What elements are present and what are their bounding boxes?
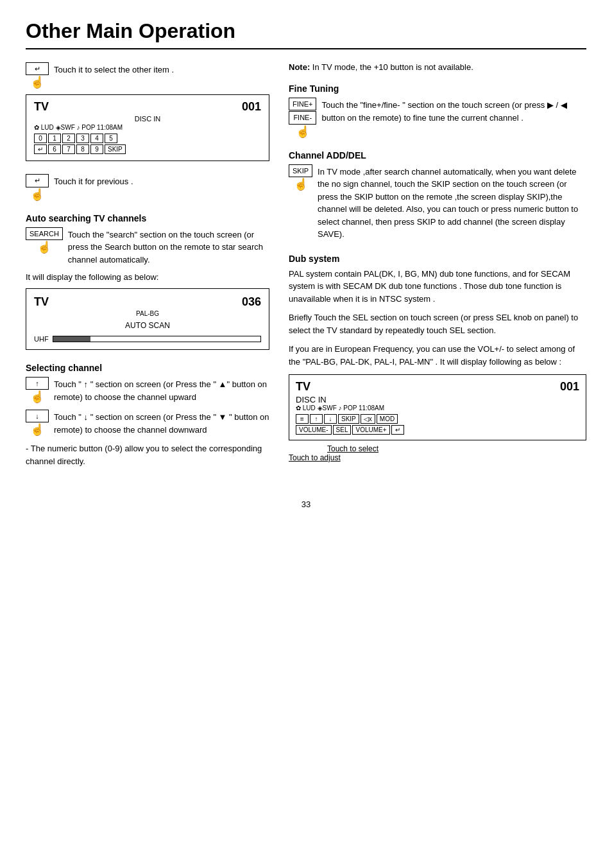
hand-icon-3: ☝ bbox=[37, 241, 51, 253]
tv-status-1: ✿ LUD ◈SWF ♪ POP 11:08AM bbox=[34, 124, 261, 131]
channel-add-section: Channel ADD/DEL SKIP ☝ In TV mode ,after… bbox=[289, 150, 586, 241]
page-number: 33 bbox=[26, 499, 586, 509]
tv2-num: 001 bbox=[560, 380, 579, 394]
tv-pal-label: PAL-BG bbox=[34, 310, 261, 317]
tv-scan-screen: TV 036 PAL-BG AUTO SCAN UHF bbox=[26, 288, 269, 350]
tv2-status: ✿ LUD ◈SWF ♪ POP 11:08AM bbox=[296, 404, 579, 412]
auto-search-title: Auto searching TV channels bbox=[26, 213, 269, 223]
auto-scan-label: AUTO SCAN bbox=[34, 321, 261, 330]
search-icon: SEARCH bbox=[26, 227, 63, 240]
fine-minus-icon: FINE- bbox=[289, 111, 316, 124]
tv2-disc-in: DISC IN bbox=[296, 395, 579, 404]
intro-text: Touch it to select the other item . bbox=[54, 62, 174, 74]
fine-tuning-title: Fine Tuning bbox=[289, 83, 586, 94]
touch-select-label: Touch to select bbox=[327, 444, 586, 453]
note-title: Note: bbox=[289, 62, 310, 72]
note-text: In TV mode, the +10 button is not availa… bbox=[312, 62, 473, 72]
previous-text: Touch it for previous . bbox=[54, 174, 133, 186]
dub-text1: PAL system contain PAL(DK, I, BG, MN) du… bbox=[289, 268, 586, 306]
return-icon-1: ↵ bbox=[26, 62, 49, 75]
hand-icon-5: ☝ bbox=[30, 424, 44, 435]
hand-icon-1: ☝ bbox=[30, 76, 44, 88]
dub-section: Dub system PAL system contain PAL(DK, I,… bbox=[289, 254, 586, 463]
tv-num-1: 001 bbox=[242, 100, 261, 114]
touch-labels: Touch to select Touch to adjust bbox=[289, 444, 586, 462]
tv-buttons-row2: ↵ 6 7 8 9 SKIP bbox=[34, 144, 261, 154]
channel-add-text: In TV mode ,after search channel automat… bbox=[318, 164, 586, 241]
tv2-label: TV bbox=[296, 380, 310, 394]
hand-icon-7: ☝ bbox=[294, 178, 308, 190]
uhf-label: UHF bbox=[34, 335, 49, 343]
dub-text3: If you are in European Frequency, you ca… bbox=[289, 343, 586, 368]
tv-scan-label: TV bbox=[34, 295, 49, 309]
search-text: Touch the "search" section on the touch … bbox=[68, 227, 269, 266]
tv-label-1: TV bbox=[34, 100, 49, 114]
touch-adjust-label: Touch to adjust bbox=[289, 453, 586, 462]
fine-text: Touch the "fine+/fine- " section on the … bbox=[321, 98, 586, 124]
tv-disc-in-1: DISC IN bbox=[34, 115, 261, 123]
selecting-title: Selecting channel bbox=[26, 363, 269, 373]
fine-tuning-section: Fine Tuning FINE+ FINE- ☝ Touch the "fin… bbox=[289, 83, 586, 137]
display-text: It will display the following as below: bbox=[26, 272, 269, 282]
skip-icon: SKIP bbox=[289, 164, 312, 177]
tv-screen-1: TV 001 DISC IN ✿ LUD ◈SWF ♪ POP 11:08AM … bbox=[26, 94, 269, 161]
numeric-note: - The numeric button (0-9) allow you to … bbox=[26, 442, 269, 467]
note-box: Note: In TV mode, the +10 button is not … bbox=[289, 62, 586, 72]
hand-icon-6: ☝ bbox=[296, 126, 310, 137]
tv-buttons-row1: 0 1 2 3 4 5 bbox=[34, 134, 261, 143]
tv-scan-num: 036 bbox=[242, 295, 261, 309]
hand-icon-4: ☝ bbox=[30, 391, 44, 403]
down-text: Touch " ↓ " section on screen (or Press … bbox=[54, 410, 269, 436]
tv2-buttons-row1: ≡ ↑ ↓ SKIP ◁x MOD bbox=[296, 414, 579, 424]
fine-plus-icon: FINE+ bbox=[289, 98, 316, 110]
down-icon: ↓ bbox=[26, 410, 49, 422]
progress-bar bbox=[53, 336, 261, 342]
up-text: Touch " ↑ " section on screen (or Press … bbox=[54, 377, 269, 403]
channel-add-title: Channel ADD/DEL bbox=[289, 150, 586, 161]
dub-title: Dub system bbox=[289, 254, 586, 264]
tv2-buttons-row2: VOLUME- SEL VOLUME+ ↵ bbox=[296, 425, 579, 435]
return-icon-2: ↵ bbox=[26, 174, 49, 187]
up-icon: ↑ bbox=[26, 377, 49, 390]
tv-screen-2: TV 001 DISC IN ✿ LUD ◈SWF ♪ POP 11:08AM … bbox=[289, 374, 586, 440]
page-title: Other Main Operation bbox=[26, 19, 586, 49]
dub-text2: Briefly Touch the SEL section on touch s… bbox=[289, 311, 586, 336]
hand-icon-2: ☝ bbox=[30, 189, 44, 200]
